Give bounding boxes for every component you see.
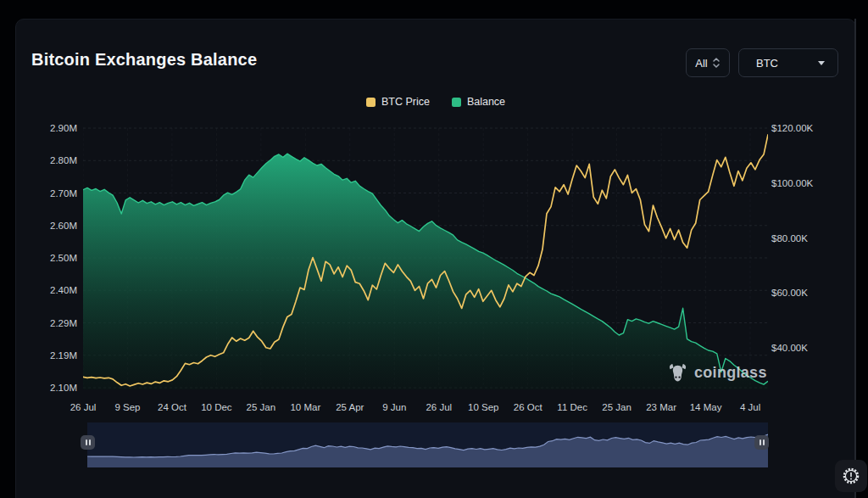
x-axis-label: 9 Sep [114, 402, 140, 412]
scrollbar-track[interactable] [854, 19, 856, 498]
y-axis-label-left: 2.19M [30, 349, 77, 362]
y-axis-label-left: 2.70M [30, 187, 77, 200]
legend-label: Balance [467, 96, 505, 108]
main-chart-canvas[interactable] [83, 126, 768, 389]
x-axis-label: 11 Dec [557, 402, 587, 412]
x-axis-label: 25 Jan [247, 402, 276, 412]
coin-select[interactable]: BTC [738, 48, 838, 77]
alert-badge-icon [842, 467, 860, 485]
drag-handle-icon[interactable] [754, 435, 769, 450]
time-range-select[interactable]: All [686, 48, 730, 77]
page: Bitcoin Exchanges Balance All BTC BTC Pr… [0, 0, 868, 498]
y-axis-label-right: $120.00K [771, 121, 813, 135]
y-axis-label-left: 2.80M [30, 154, 77, 167]
feedback-button[interactable] [835, 460, 867, 492]
watermark-text: coinglass [694, 364, 767, 382]
y-axis-label-left: 2.40M [30, 283, 77, 297]
range-navigator[interactable] [87, 422, 768, 467]
y-axis-label-left: 2.60M [30, 219, 77, 232]
y-axis-label-right: $80.00K [771, 232, 808, 245]
x-axis-label: 9 Jun [382, 402, 406, 412]
y-axis-label-right: $40.00K [771, 341, 808, 355]
y-axis-label-left: 2.50M [30, 251, 77, 265]
legend: BTC Price Balance [16, 96, 855, 108]
x-axis-label: 10 Dec [201, 402, 231, 412]
x-axis-label: 26 Oct [514, 402, 542, 412]
updown-chevron-icon [712, 57, 721, 69]
page-title: Bitcoin Exchanges Balance [31, 50, 257, 70]
x-axis-label: 10 Sep [468, 402, 498, 412]
x-axis-label: 4 Jul [740, 402, 760, 412]
btc-price-swatch-icon [366, 98, 376, 107]
y-axis-label-left: 2.90M [30, 121, 77, 135]
x-axis-label: 26 Jul [426, 402, 452, 412]
coin-select-label: BTC [756, 57, 778, 70]
x-axis-label: 10 Mar [290, 402, 320, 412]
time-range-label: All [695, 57, 707, 70]
chart-card: Bitcoin Exchanges Balance All BTC BTC Pr… [15, 19, 856, 498]
y-axis-label-right: $100.00K [771, 176, 813, 190]
x-axis-label: 25 Apr [336, 402, 364, 412]
x-axis-label: 23 Mar [646, 402, 676, 412]
y-axis-label-right: $60.00K [771, 286, 808, 299]
y-axis-label-left: 2.29M [30, 316, 77, 330]
x-axis-label: 24 Oct [158, 402, 186, 412]
drag-handle-icon[interactable] [81, 435, 95, 450]
x-axis-label: 26 Jul [70, 402, 97, 412]
chevron-down-icon [818, 61, 825, 65]
x-axis-label: 25 Jan [602, 402, 632, 412]
watermark: coinglass [666, 361, 767, 384]
bull-icon [666, 361, 689, 384]
legend-item-btc-price[interactable]: BTC Price [366, 96, 430, 108]
y-axis-label-left: 2.10M [30, 381, 77, 394]
legend-item-balance[interactable]: Balance [452, 96, 505, 108]
balance-swatch-icon [452, 98, 461, 107]
x-axis-label: 14 May [690, 402, 722, 412]
legend-label: BTC Price [381, 96, 430, 108]
